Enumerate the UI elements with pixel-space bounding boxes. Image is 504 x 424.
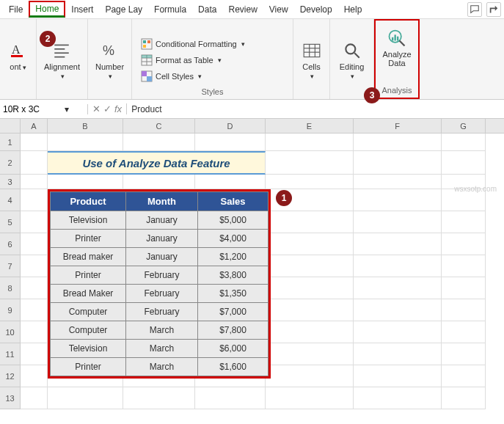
table-row[interactable]: Bread MakerFebruary$1,350 [51, 285, 269, 303]
number-button[interactable]: % Number▾ [92, 37, 128, 96]
comments-icon[interactable] [467, 2, 482, 17]
number-label: Number▾ [95, 62, 124, 81]
menu-formulas[interactable]: Formula [148, 2, 192, 17]
table-cell[interactable]: February [126, 303, 198, 321]
row-header[interactable]: 5 [0, 211, 21, 233]
table-cell[interactable]: $7,800 [198, 321, 269, 340]
table-row[interactable]: Bread makerJanuary$1,200 [51, 248, 269, 266]
table-cell[interactable]: Printer [51, 266, 126, 285]
table-cell[interactable]: January [126, 230, 198, 248]
row-header[interactable]: 1 [0, 134, 21, 151]
conditional-formatting-button[interactable]: Conditional Formatting▾ [138, 37, 287, 51]
table-cell[interactable]: $4,000 [198, 230, 269, 248]
cell-styles-button[interactable]: Cell Styles▾ [138, 69, 287, 84]
table-row[interactable]: PrinterFebruary$3,800 [51, 266, 269, 285]
row-header[interactable]: 13 [0, 387, 21, 409]
row-header[interactable]: 7 [0, 255, 21, 277]
table-cell[interactable]: March [126, 358, 198, 376]
formula-input[interactable]: Product [127, 104, 504, 114]
font-color-icon: A [8, 40, 29, 61]
table-cell[interactable]: $6,000 [198, 340, 269, 358]
table-row[interactable]: ComputerMarch$7,800 [51, 321, 269, 340]
col-header-g[interactable]: G [442, 119, 486, 133]
row-header[interactable]: 4 [0, 189, 21, 211]
menu-developer[interactable]: Develop [294, 2, 338, 17]
menu-help[interactable]: Help [338, 2, 368, 17]
table-cell[interactable]: February [126, 285, 198, 303]
font-button[interactable]: A ont▾ [0, 37, 37, 96]
table-cell[interactable]: $5,000 [198, 211, 269, 230]
table-cell[interactable]: Bread maker [51, 248, 126, 266]
table-cell[interactable]: Computer [51, 303, 126, 321]
menu-review[interactable]: Review [222, 2, 263, 17]
data-table-selection[interactable]: Product Month Sales TelevisionJanuary$5,… [48, 189, 271, 379]
table-cell[interactable]: January [126, 248, 198, 266]
table-cell[interactable]: $1,600 [198, 358, 269, 376]
watermark: wsxsotp.com [454, 185, 497, 193]
table-header[interactable]: Product [51, 192, 126, 211]
table-cell[interactable]: January [126, 211, 198, 230]
table-row[interactable]: TelevisionJanuary$5,000 [51, 211, 269, 230]
menu-page-layout[interactable]: Page Lay [99, 2, 148, 17]
conditional-formatting-icon [141, 38, 153, 50]
table-cell[interactable]: $7,000 [198, 303, 269, 321]
table-cell[interactable]: Television [51, 340, 126, 358]
table-cell[interactable]: $1,200 [198, 248, 269, 266]
table-cell[interactable]: Bread Maker [51, 285, 126, 303]
table-cell[interactable]: February [126, 266, 198, 285]
menu-home[interactable]: Home [29, 1, 65, 18]
table-cell[interactable]: Printer [51, 230, 126, 248]
cells-button[interactable]: Cells▾ [293, 37, 330, 96]
enter-icon[interactable]: ✓ [103, 103, 112, 114]
col-header-b[interactable]: B [48, 119, 123, 133]
name-box-input[interactable] [3, 104, 62, 114]
table-header[interactable]: Sales [198, 192, 269, 211]
data-table[interactable]: Product Month Sales TelevisionJanuary$5,… [50, 191, 269, 376]
menu-view[interactable]: View [263, 2, 294, 17]
table-cell[interactable]: March [126, 340, 198, 358]
row-header[interactable]: 8 [0, 277, 21, 299]
table-row[interactable]: TelevisionMarch$6,000 [51, 340, 269, 358]
select-all-triangle[interactable] [0, 119, 21, 133]
cells-area[interactable]: Use of Analyze Data Feature Pro [21, 134, 504, 409]
ribbon-group-analysis: AnalyzeData Analysis 3 [374, 19, 420, 99]
table-row[interactable]: PrinterJanuary$4,000 [51, 230, 269, 248]
svg-point-24 [346, 44, 355, 54]
share-icon[interactable] [486, 2, 501, 17]
svg-line-25 [354, 53, 359, 58]
menu-data[interactable]: Data [192, 2, 222, 17]
name-box-dropdown[interactable]: ▾ [62, 104, 72, 114]
row-header[interactable]: 2 [0, 151, 21, 175]
table-cell[interactable]: Television [51, 211, 126, 230]
row-header[interactable]: 10 [0, 321, 21, 343]
table-cell[interactable]: Computer [51, 321, 126, 340]
table-cell[interactable]: Printer [51, 358, 126, 376]
menu-insert[interactable]: Insert [65, 2, 99, 17]
col-header-e[interactable]: E [266, 119, 354, 133]
col-header-f[interactable]: F [354, 119, 442, 133]
row-header[interactable]: 6 [0, 233, 21, 255]
table-row[interactable]: ComputerFebruary$7,000 [51, 303, 269, 321]
table-cell[interactable]: March [126, 321, 198, 340]
editing-button[interactable]: Editing▾ [334, 37, 370, 96]
row-header[interactable]: 9 [0, 299, 21, 321]
col-header-c[interactable]: C [123, 119, 195, 133]
ribbon-group-cells: Cells▾ [293, 19, 330, 99]
styles-group-label: Styles [202, 87, 224, 96]
table-row[interactable]: PrinterMarch$1,600 [51, 358, 269, 376]
menu-file[interactable]: File [3, 2, 29, 17]
col-header-d[interactable]: D [195, 119, 266, 133]
cancel-icon[interactable]: ✕ [92, 103, 101, 114]
table-cell[interactable]: $1,350 [198, 285, 269, 303]
table-header[interactable]: Month [126, 192, 198, 211]
analyze-data-button[interactable]: AnalyzeData [379, 25, 415, 84]
name-box[interactable]: ▾ [0, 104, 88, 114]
table-cell[interactable]: $3,800 [198, 266, 269, 285]
row-header[interactable]: 11 [0, 343, 21, 365]
row-header[interactable]: 12 [0, 365, 21, 387]
col-header-a[interactable]: A [21, 119, 48, 133]
fx-icon[interactable]: fx [114, 103, 122, 114]
format-as-table-button[interactable]: Format as Table▾ [138, 53, 287, 67]
title-cell[interactable]: Use of Analyze Data Feature [48, 151, 266, 175]
row-header[interactable]: 3 [0, 175, 21, 189]
